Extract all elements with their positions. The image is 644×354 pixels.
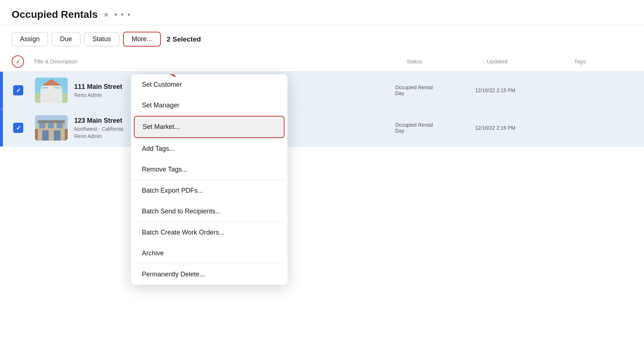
svg-rect-10 <box>38 120 65 123</box>
row1-checkbox[interactable]: ✓ <box>13 85 23 95</box>
row2-thumbnail <box>35 115 68 141</box>
selected-count-label: 2 Selected <box>167 35 201 43</box>
table-row[interactable]: ✓ 123 Main Street Northwest - <box>0 109 644 147</box>
set-manager-item[interactable]: Set Manager <box>131 95 287 116</box>
page-header: Occupied Rentals ★ • • • <box>0 0 644 25</box>
select-all-checkbox[interactable]: ✓ <box>12 55 24 68</box>
svg-rect-12 <box>54 130 60 141</box>
table-area: ✓ Title & Description Status Updated Tag… <box>0 52 644 147</box>
dropdown-group-1: Set Customer Set Manager Set Market... <box>131 74 287 138</box>
dropdown-group-2: Add Tags... Remove Tags... <box>131 138 287 180</box>
add-tags-item[interactable]: Add Tags... <box>131 138 287 159</box>
dropdown-group-4: Batch Create Work Orders... Archive <box>131 222 287 264</box>
svg-rect-4 <box>48 91 55 103</box>
table-header: ✓ Title & Description Status Updated Tag… <box>0 52 644 72</box>
svg-rect-2 <box>41 86 61 103</box>
row1-status: Occupied Rental Day <box>395 84 475 96</box>
col-header-title: Title & Description <box>33 58 407 65</box>
archive-item[interactable]: Archive <box>131 243 287 264</box>
svg-rect-13 <box>39 123 45 128</box>
col-header-tags: Tags <box>574 58 632 65</box>
svg-rect-14 <box>48 123 54 128</box>
page-title: Occupied Rentals <box>12 9 98 20</box>
row1-checkbox-cell: ✓ <box>13 85 35 95</box>
table-row[interactable]: ✓ 111 Main Street Reno Admin O <box>0 72 644 109</box>
col-header-updated: Updated <box>487 58 574 65</box>
batch-send-item[interactable]: Batch Send to Recipients... <box>131 201 287 222</box>
toolbar: Assign Due Status More... 2 Selected <box>0 25 644 52</box>
row2-updated: 12/16/22 2:16 PM <box>475 125 562 131</box>
batch-export-item[interactable]: Batch Export PDFs... <box>131 180 287 201</box>
status-button[interactable]: Status <box>84 32 119 46</box>
svg-rect-5 <box>43 87 48 92</box>
permanently-delete-item[interactable]: Permanently Delete... <box>131 264 287 285</box>
svg-rect-11 <box>42 130 49 141</box>
more-button[interactable]: More... <box>123 32 161 47</box>
col-header-status: Status <box>407 58 487 65</box>
more-options-icon[interactable]: • • • <box>115 10 131 19</box>
dropdown-group-5: Permanently Delete... <box>131 264 287 285</box>
due-button[interactable]: Due <box>52 32 80 46</box>
row2-checkbox[interactable]: ✓ <box>13 123 23 133</box>
header-checkbox-cell: ✓ <box>12 55 33 68</box>
dropdown-menu: Set Customer Set Manager Set Market... A… <box>131 74 287 285</box>
remove-tags-item[interactable]: Remove Tags... <box>131 159 287 180</box>
assign-button[interactable]: Assign <box>12 32 48 46</box>
row1-thumbnail <box>35 78 68 103</box>
row2-checkbox-cell: ✓ <box>13 123 35 133</box>
set-market-item[interactable]: Set Market... <box>134 116 285 138</box>
dropdown-group-3: Batch Export PDFs... Batch Send to Recip… <box>131 180 287 222</box>
batch-work-item[interactable]: Batch Create Work Orders... <box>131 222 287 243</box>
row2-status: Occupied Rental Day <box>395 122 475 134</box>
star-icon[interactable]: ★ <box>103 10 110 19</box>
svg-rect-6 <box>55 87 60 92</box>
set-customer-item[interactable]: Set Customer <box>131 74 287 95</box>
svg-rect-15 <box>57 123 63 128</box>
svg-rect-1 <box>35 93 68 103</box>
row1-updated: 12/16/22 2:15 PM <box>475 87 562 93</box>
